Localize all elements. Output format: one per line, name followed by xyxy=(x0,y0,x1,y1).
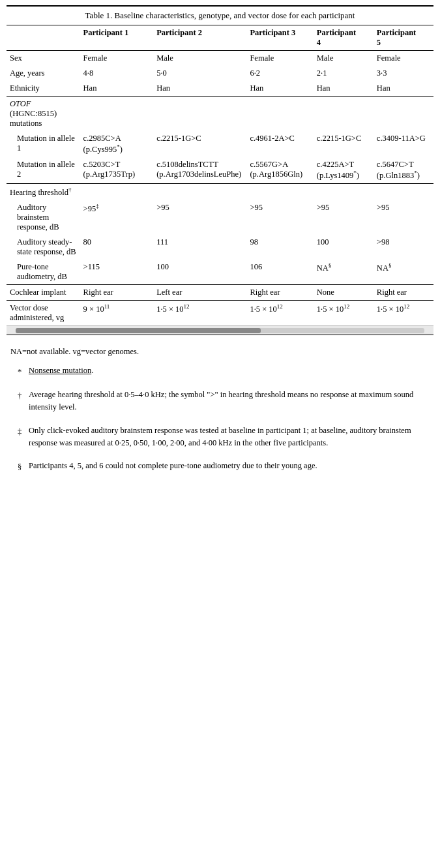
scrollbar-track xyxy=(16,328,424,333)
table-row: Hearing threshold† xyxy=(7,184,433,201)
table-title: Table 1. Baseline characteristics, genot… xyxy=(7,7,433,25)
row-cell-p2: c.2215-1G>C xyxy=(153,131,246,157)
row-cell-p1: >115 xyxy=(80,260,154,285)
row-cell-p2: Left ear xyxy=(153,285,246,301)
row-cell-p4: c.4225A>T (p.Lys1409*) xyxy=(314,157,374,184)
row-label: Hearing threshold† xyxy=(7,184,80,201)
footnote-text: Only click-evoked auditory brainstem res… xyxy=(29,425,430,450)
row-cell-p2 xyxy=(153,184,246,201)
row-cell-p5: Right ear xyxy=(374,285,433,301)
header-col0 xyxy=(7,25,80,51)
row-cell-p5 xyxy=(374,184,433,201)
row-cell-p1: Female xyxy=(80,51,154,67)
table-row: Mutation in allele 2c.5203C>T(p.Arg1735T… xyxy=(7,157,433,184)
row-cell-p2: 100 xyxy=(153,260,246,285)
row-cell-p4: Han xyxy=(314,81,374,97)
row-cell-p5: Han xyxy=(374,81,433,97)
footnote-symbol: ‡ xyxy=(10,425,29,438)
row-label: Mutation in allele 1 xyxy=(7,131,80,157)
table-row: SexFemaleMaleFemaleMaleFemale xyxy=(7,51,433,67)
row-label: Vector dose administered, vg xyxy=(7,301,80,326)
row-cell-p4: c.2215-1G>C xyxy=(314,131,374,157)
row-cell-p1: >95‡ xyxy=(80,200,154,235)
footnotes-section: NA=not available. vg=vector genomes. *No… xyxy=(7,343,433,486)
table-row: Cochlear implantRight earLeft earRight e… xyxy=(7,285,433,301)
footnote-symbol: § xyxy=(10,460,29,473)
row-label: Auditory steady-state response, dB xyxy=(7,235,80,260)
table-row: EthnicityHanHanHanHanHan xyxy=(7,81,433,97)
row-cell-p3: 6·2 xyxy=(246,66,313,81)
footnote-text: Nonsense mutation. xyxy=(29,365,430,377)
row-cell-p3: Han xyxy=(246,81,313,97)
row-cell-p1: 80 xyxy=(80,235,154,260)
row-cell-p2: 111 xyxy=(153,235,246,260)
row-cell-p1 xyxy=(80,97,154,132)
row-cell-p3 xyxy=(246,184,313,201)
row-cell-p5: NA§ xyxy=(374,260,433,285)
data-table: Table 1. Baseline characteristics, genot… xyxy=(7,7,433,325)
table-row: Vector dose administered, vg9 × 10111·5 … xyxy=(7,301,433,326)
row-cell-p2: 5·0 xyxy=(153,66,246,81)
table-row: Mutation in allele 1c.2985C>A (p.Cys995*… xyxy=(7,131,433,157)
header-participant1: Participant 1 xyxy=(80,25,154,51)
row-label: Sex xyxy=(7,51,80,67)
row-cell-p2: Male xyxy=(153,51,246,67)
scrollbar-thumb xyxy=(16,328,261,333)
row-cell-p1: c.2985C>A (p.Cys995*) xyxy=(80,131,154,157)
row-cell-p4: Male xyxy=(314,51,374,67)
row-cell-p1 xyxy=(80,184,154,201)
row-cell-p5: c.5647C>T (p.Gln1883*) xyxy=(374,157,433,184)
row-cell-p5: 1·5 × 1012 xyxy=(374,301,433,326)
footnote-item: ‡Only click-evoked auditory brainstem re… xyxy=(10,425,430,450)
row-cell-p5: >98 xyxy=(374,235,433,260)
footnote-item: †Average hearing threshold at 0·5–4·0 kH… xyxy=(10,389,430,414)
row-cell-p3: 1·5 × 1012 xyxy=(246,301,313,326)
fn-na-line: NA=not available. vg=vector genomes. xyxy=(10,346,430,358)
table-row: Auditory steady-state response, dB801119… xyxy=(7,235,433,260)
footnote-text: Participants 4, 5, and 6 could not compl… xyxy=(29,460,430,472)
row-cell-p2: Han xyxy=(153,81,246,97)
row-label: Ethnicity xyxy=(7,81,80,97)
row-cell-p4: >95 xyxy=(314,200,374,235)
row-cell-p3: >95 xyxy=(246,200,313,235)
row-cell-p1: 9 × 1011 xyxy=(80,301,154,326)
row-label: Pure-tone audiometry, dB xyxy=(7,260,80,285)
footnote-text: Average hearing threshold at 0·5–4·0 kHz… xyxy=(29,389,430,414)
header-participant4: Participant4 xyxy=(314,25,374,51)
footnote-item: §Participants 4, 5, and 6 could not comp… xyxy=(10,460,430,473)
table-row: Auditory brainstem response, dB>95‡>95>9… xyxy=(7,200,433,235)
row-cell-p1: c.5203C>T(p.Arg1735Trp) xyxy=(80,157,154,184)
row-cell-p3: c.5567G>A (p.Arg1856Gln) xyxy=(246,157,313,184)
row-cell-p4: NA§ xyxy=(314,260,374,285)
row-cell-p3 xyxy=(246,97,313,132)
row-cell-p2: >95 xyxy=(153,200,246,235)
footnote-symbol: † xyxy=(10,389,29,402)
row-cell-p2: 1·5 × 1012 xyxy=(153,301,246,326)
header-row: Participant 1 Participant 2 Participant … xyxy=(7,25,433,51)
row-cell-p4: 2·1 xyxy=(314,66,374,81)
row-cell-p2 xyxy=(153,97,246,132)
header-participant2: Participant 2 xyxy=(153,25,246,51)
row-cell-p3: Female xyxy=(246,51,313,67)
row-cell-p3: 106 xyxy=(246,260,313,285)
horizontal-scrollbar[interactable] xyxy=(7,325,433,335)
row-cell-p4: 1·5 × 1012 xyxy=(314,301,374,326)
row-cell-p4: 100 xyxy=(314,235,374,260)
row-cell-p3: 98 xyxy=(246,235,313,260)
row-label: Cochlear implant xyxy=(7,285,80,301)
row-cell-p1: 4·8 xyxy=(80,66,154,81)
row-cell-p2: c.5108delinsTCTT (p.Arg1703delinsLeuPhe) xyxy=(153,157,246,184)
header-participant3: Participant 3 xyxy=(246,25,313,51)
row-cell-p4: None xyxy=(314,285,374,301)
row-label: OTOF (HGNC:8515) mutations xyxy=(7,97,80,132)
row-label: Mutation in allele 2 xyxy=(7,157,80,184)
row-cell-p5: c.3409-11A>G xyxy=(374,131,433,157)
footnote-symbol: * xyxy=(10,365,29,378)
row-cell-p3: Right ear xyxy=(246,285,313,301)
row-label: Auditory brainstem response, dB xyxy=(7,200,80,235)
table-container: Table 1. Baseline characteristics, genot… xyxy=(7,5,433,335)
footnote-item: *Nonsense mutation. xyxy=(10,365,430,378)
row-cell-p3: c.4961-2A>C xyxy=(246,131,313,157)
row-cell-p5: Female xyxy=(374,51,433,67)
row-cell-p1: Right ear xyxy=(80,285,154,301)
